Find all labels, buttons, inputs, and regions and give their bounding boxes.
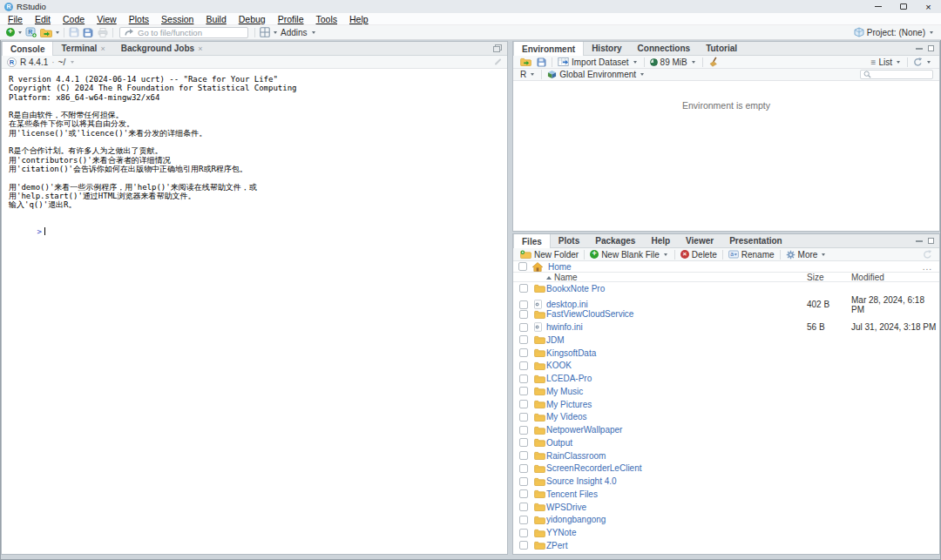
select-all-checkbox[interactable] (518, 262, 527, 271)
file-row[interactable]: NetpowerWallpaper (513, 423, 939, 436)
clear-objects-button[interactable] (706, 56, 721, 68)
file-name-link[interactable]: My Videos (546, 412, 587, 422)
row-checkbox[interactable] (519, 374, 528, 383)
file-row[interactable]: ScreenRecorderLeClient (513, 462, 939, 476)
file-name-link[interactable]: yidongbangong (546, 515, 606, 524)
file-row[interactable]: BookxNote Pro (513, 282, 939, 295)
tab-close-icon[interactable]: × (100, 44, 105, 53)
row-checkbox[interactable] (519, 284, 528, 293)
new-file-button[interactable] (4, 26, 17, 38)
new-project-button[interactable]: R (24, 26, 38, 38)
file-name-link[interactable]: Tencent Files (546, 489, 598, 499)
name-column-header[interactable]: Name (546, 273, 807, 282)
chevron-down-icon[interactable] (18, 31, 22, 34)
chevron-down-icon[interactable] (56, 31, 59, 34)
language-selector[interactable]: R (518, 69, 538, 81)
file-name-link[interactable]: WPSDrive (546, 503, 586, 512)
path-overflow-icon[interactable]: ... (923, 262, 932, 272)
file-row[interactable]: My Music (513, 385, 939, 398)
chevron-down-icon[interactable] (71, 61, 74, 64)
home-breadcrumb-link[interactable]: Home (548, 262, 572, 272)
file-name-link[interactable]: My Pictures (546, 400, 592, 409)
row-checkbox[interactable] (519, 400, 528, 408)
file-name-link[interactable]: YYNote (546, 528, 576, 537)
file-row[interactable]: yidongbangong (513, 514, 939, 527)
file-row[interactable]: My Videos (513, 411, 939, 424)
working-directory[interactable]: ~/ (58, 57, 66, 67)
tab[interactable]: Packages (587, 234, 643, 247)
row-checkbox[interactable] (519, 516, 528, 524)
open-file-button[interactable] (38, 26, 54, 38)
file-row[interactable]: hwinfo.ini 56 B Jul 31, 2024, 3:18 PM (513, 320, 939, 334)
file-name-link[interactable]: JDM (546, 335, 565, 345)
menu-item[interactable]: Help (343, 14, 375, 24)
row-checkbox[interactable] (519, 541, 528, 550)
row-checkbox[interactable] (519, 387, 528, 395)
file-row[interactable]: Tencent Files (513, 488, 939, 501)
more-button[interactable]: More (783, 248, 830, 260)
memory-usage-button[interactable]: 89 MiB (647, 56, 700, 68)
file-name-link[interactable]: FastViewCloudService (546, 309, 633, 319)
chevron-down-icon[interactable] (274, 31, 277, 34)
tab[interactable]: Presentation (721, 234, 790, 247)
maximize-pane-icon[interactable] (493, 44, 502, 52)
row-checkbox[interactable] (519, 529, 528, 537)
file-row[interactable]: WPSDrive (513, 501, 939, 514)
row-checkbox[interactable] (519, 451, 528, 460)
tab[interactable]: Files (513, 234, 551, 248)
file-name-link[interactable]: Output (546, 438, 572, 448)
menu-item[interactable]: Tools (309, 14, 343, 24)
r-version[interactable]: R 4.4.1 (20, 57, 48, 67)
console-prompt-line[interactable]: > (9, 219, 502, 227)
size-column-header[interactable]: Size (807, 273, 851, 282)
menu-item[interactable]: Code (57, 14, 91, 24)
tab[interactable]: Viewer (678, 234, 721, 247)
file-row[interactable]: YYNote (513, 526, 939, 539)
row-checkbox[interactable] (519, 310, 528, 319)
file-name-link[interactable]: BookxNote Pro (546, 284, 605, 293)
row-checkbox[interactable] (519, 323, 528, 332)
file-row[interactable]: ZPert (513, 539, 939, 552)
file-name-link[interactable]: LCEDA-Pro (546, 374, 592, 383)
file-row[interactable]: Source Insight 4.0 (513, 475, 939, 488)
file-row[interactable]: My Pictures (513, 398, 939, 411)
tab[interactable]: Background Jobs × (113, 42, 211, 55)
new-folder-button[interactable]: New Folder (518, 248, 581, 260)
row-checkbox[interactable] (519, 503, 528, 511)
row-checkbox[interactable] (519, 489, 528, 498)
file-row[interactable]: KingsoftData (513, 347, 939, 360)
tab[interactable]: Terminal × (53, 42, 112, 55)
file-row[interactable]: Output (513, 436, 939, 449)
refresh-button[interactable] (911, 56, 935, 68)
file-row[interactable]: JDM (513, 334, 939, 347)
addins-button[interactable]: Addins (279, 26, 319, 38)
maximize-button[interactable] (890, 0, 916, 13)
row-checkbox[interactable] (519, 361, 528, 370)
file-name-link[interactable]: ZPert (546, 541, 567, 550)
file-name-link[interactable]: KOOK (546, 361, 572, 370)
file-name-link[interactable]: NetpowerWallpaper (546, 425, 622, 435)
environment-selector[interactable]: Global Environment (545, 69, 648, 81)
print-button[interactable] (96, 26, 110, 38)
delete-button[interactable]: Delete (678, 248, 720, 260)
modified-column-header[interactable]: Modified (851, 273, 937, 282)
minimize-pane-icon[interactable] (916, 48, 923, 50)
file-name-link[interactable]: KingsoftData (546, 348, 596, 358)
menu-item[interactable]: Edit (29, 14, 57, 24)
maximize-pane-icon[interactable] (928, 238, 934, 244)
save-all-button[interactable] (81, 26, 96, 38)
tab-close-icon[interactable]: × (198, 44, 202, 53)
menu-item[interactable]: Plots (123, 14, 155, 24)
file-row[interactable]: RainClassroom (513, 449, 939, 462)
environment-search-input[interactable] (874, 71, 930, 79)
file-row[interactable]: LCEDA-Pro (513, 372, 939, 385)
minimize-pane-icon[interactable] (916, 240, 923, 242)
list-view-button[interactable]: ≡ List (869, 56, 904, 68)
save-workspace-button[interactable] (534, 56, 549, 68)
maximize-pane-icon[interactable] (928, 45, 934, 51)
row-checkbox[interactable] (519, 426, 528, 435)
rename-button[interactable]: a Rename (726, 248, 777, 260)
file-name-link[interactable]: hwinfo.ini (546, 322, 583, 332)
menu-item[interactable]: Profile (272, 14, 310, 24)
menu-item[interactable]: View (91, 14, 123, 24)
